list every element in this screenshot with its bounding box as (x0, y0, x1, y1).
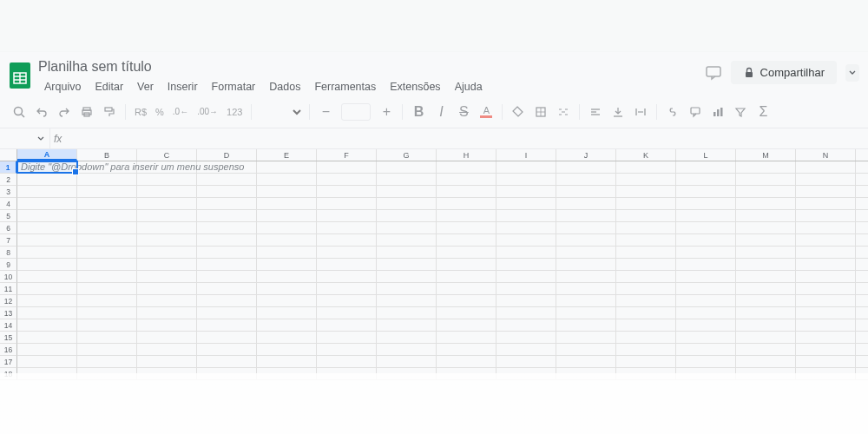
column-header-L[interactable]: L (676, 149, 736, 161)
cell-D16[interactable] (197, 344, 257, 355)
column-header-N[interactable]: N (796, 149, 856, 161)
cell-L1[interactable] (676, 161, 736, 173)
cell-I14[interactable] (496, 319, 556, 331)
cell-F16[interactable] (317, 344, 377, 355)
cell-B11[interactable] (77, 283, 137, 294)
strike-icon[interactable]: S (453, 102, 474, 122)
cell-L6[interactable] (676, 222, 736, 233)
cell-F12[interactable] (317, 295, 377, 306)
cell-N13[interactable] (796, 307, 856, 319)
cell-D3[interactable] (197, 186, 257, 197)
cell-K11[interactable] (616, 283, 676, 294)
name-box[interactable] (0, 128, 50, 148)
cell-N2[interactable] (796, 174, 856, 185)
share-button[interactable]: Compartilhar (731, 61, 837, 84)
cell-H1[interactable] (437, 161, 496, 173)
cell-M6[interactable] (736, 222, 796, 233)
cell-G3[interactable] (377, 186, 437, 197)
column-header-I[interactable]: I (496, 149, 556, 161)
cell-I15[interactable] (496, 332, 556, 343)
cell-G12[interactable] (377, 295, 437, 306)
cell-A4[interactable] (17, 198, 77, 209)
sheets-logo[interactable] (9, 61, 31, 90)
cell-D6[interactable] (197, 222, 257, 233)
cell-L9[interactable] (676, 259, 736, 270)
cell-H2[interactable] (437, 174, 496, 185)
cell-E3[interactable] (257, 186, 317, 197)
cell-N17[interactable] (796, 356, 856, 367)
cell-N11[interactable] (796, 283, 856, 294)
cell-E6[interactable] (257, 222, 317, 233)
cell-I8[interactable] (496, 247, 556, 258)
borders-icon[interactable] (530, 102, 551, 122)
cell-G14[interactable] (377, 319, 437, 331)
font-select[interactable] (257, 102, 304, 122)
share-dropdown[interactable] (845, 64, 859, 82)
cell-M17[interactable] (736, 356, 796, 367)
font-inc-icon[interactable]: + (376, 102, 397, 122)
functions-icon[interactable]: Σ (753, 102, 773, 122)
valign-icon[interactable] (608, 102, 628, 122)
print-icon[interactable] (76, 102, 97, 122)
cell-B3[interactable] (77, 186, 137, 197)
cell-G5[interactable] (377, 210, 437, 221)
decrease-decimal-button[interactable]: .0← (169, 107, 192, 116)
cell-J6[interactable] (556, 222, 616, 233)
cell-B14[interactable] (77, 319, 137, 331)
menu-ver[interactable]: Ver (131, 78, 160, 95)
cell-L3[interactable] (676, 186, 736, 197)
row-header-13[interactable]: 13 (0, 307, 17, 319)
row-header-2[interactable]: 2 (0, 174, 17, 186)
cell-A7[interactable] (17, 234, 77, 246)
bold-icon[interactable]: B (408, 102, 429, 122)
cell-H11[interactable] (437, 283, 496, 294)
cell-B16[interactable] (77, 344, 137, 355)
cell-C6[interactable] (137, 222, 197, 233)
cell-B7[interactable] (77, 234, 137, 246)
cell-I9[interactable] (496, 259, 556, 270)
cell-G9[interactable] (377, 259, 437, 270)
cell-E5[interactable] (257, 210, 317, 221)
cell-B9[interactable] (77, 259, 137, 270)
cell-A9[interactable] (17, 259, 77, 270)
cell-D8[interactable] (197, 247, 257, 258)
column-header-K[interactable]: K (616, 149, 676, 161)
cell-N12[interactable] (796, 295, 856, 306)
cell-N6[interactable] (796, 222, 856, 233)
paint-format-icon[interactable] (99, 102, 120, 122)
cell-I5[interactable] (496, 210, 556, 221)
cell-D9[interactable] (197, 259, 257, 270)
merge-icon[interactable] (553, 102, 574, 122)
cell-A6[interactable] (17, 222, 77, 233)
cell-M1[interactable] (736, 161, 796, 173)
cell-I13[interactable] (496, 307, 556, 319)
row-header-9[interactable]: 9 (0, 259, 17, 271)
cell-I2[interactable] (496, 174, 556, 185)
row-header-17[interactable]: 17 (0, 356, 17, 368)
cell-I12[interactable] (496, 295, 556, 306)
italic-icon[interactable]: I (431, 102, 451, 122)
cell-F13[interactable] (317, 307, 377, 319)
menu-ferramentas[interactable]: Ferramentas (308, 78, 382, 95)
row-header-7[interactable]: 7 (0, 234, 17, 247)
cell-B4[interactable] (77, 198, 137, 209)
cell-J13[interactable] (556, 307, 616, 319)
cell-E16[interactable] (257, 344, 317, 355)
cell-M9[interactable] (736, 259, 796, 270)
cell-M15[interactable] (736, 332, 796, 343)
row-header-1[interactable]: 1 (0, 161, 17, 174)
cell-E12[interactable] (257, 295, 317, 306)
row-header-3[interactable]: 3 (0, 186, 17, 198)
undo-icon[interactable] (31, 102, 52, 122)
cell-G7[interactable] (377, 234, 437, 246)
cell-J12[interactable] (556, 295, 616, 306)
redo-icon[interactable] (54, 102, 75, 122)
cell-I17[interactable] (496, 356, 556, 367)
cell-K13[interactable] (616, 307, 676, 319)
cell-A16[interactable] (17, 344, 77, 355)
column-header-G[interactable]: G (377, 149, 437, 161)
document-title[interactable]: Planilha sem título (38, 57, 705, 76)
row-header-11[interactable]: 11 (0, 283, 17, 295)
menu-formatar[interactable]: Formatar (206, 78, 262, 95)
cell-N5[interactable] (796, 210, 856, 221)
